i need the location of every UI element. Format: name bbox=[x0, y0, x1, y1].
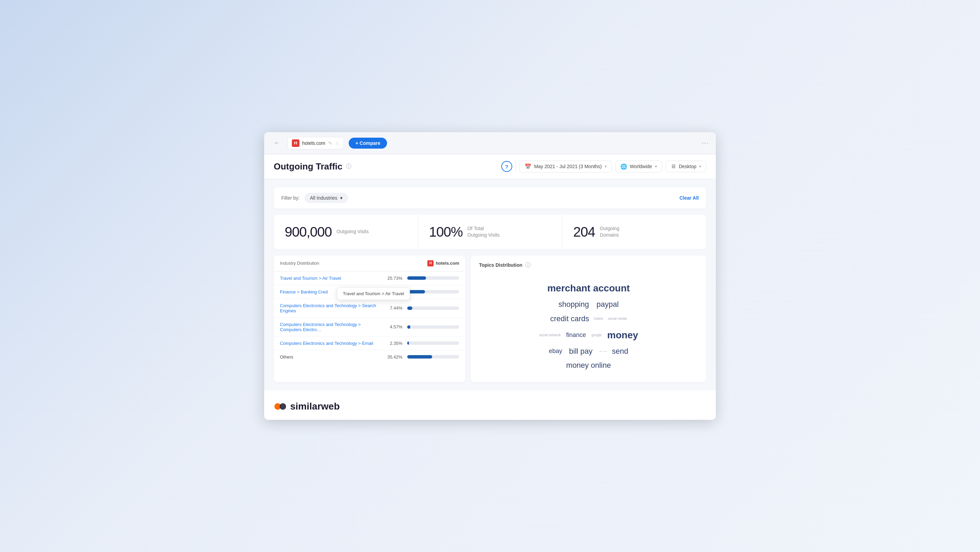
industry-row: Others 35.42% bbox=[274, 350, 465, 364]
page-header: Outgoing Traffic ⓘ ? 📅 May 2021 - Jul 20… bbox=[264, 155, 716, 179]
svg-point-1 bbox=[280, 404, 286, 410]
title-info-icon[interactable]: ⓘ bbox=[346, 163, 352, 170]
industry-pct: 7.44% bbox=[383, 305, 402, 311]
date-chevron-icon: ▾ bbox=[605, 164, 607, 169]
similarweb-logo-text: similarweb bbox=[290, 401, 340, 412]
desktop-icon: 🖥 bbox=[671, 163, 676, 169]
device-label: Desktop bbox=[679, 164, 696, 169]
device-chevron-icon: ▾ bbox=[699, 164, 701, 169]
bar-container bbox=[407, 355, 459, 359]
date-range-dropdown[interactable]: 📅 May 2021 - Jul 2021 (3 Months) ▾ bbox=[519, 161, 612, 172]
industry-row: Computers Electronics and Technology > E… bbox=[274, 337, 465, 350]
industry-pct: 35.42% bbox=[383, 354, 402, 359]
cloud-word: social media bbox=[608, 315, 627, 322]
industry-filter-chevron: ▾ bbox=[340, 195, 342, 201]
stats-row: 900,000 Outgoing Visits 100% Of TotalOut… bbox=[274, 215, 706, 249]
filter-left: Filter by: All Industries ▾ bbox=[281, 193, 348, 203]
industry-filter-label: All Industries bbox=[310, 195, 337, 201]
main-content: Filter by: All Industries ▾ Clear All 90… bbox=[264, 179, 716, 391]
cloud-word: shopping bbox=[558, 297, 589, 312]
topics-header: Topics Distribution ⓘ bbox=[479, 262, 698, 269]
bottom-panels: Industry Distribution H hotels.com Trave… bbox=[274, 255, 706, 383]
date-range-label: May 2021 - Jul 2021 (3 Months) bbox=[534, 164, 602, 169]
footer: similarweb bbox=[264, 390, 716, 420]
cloud-word: ebay bbox=[549, 345, 562, 357]
total-pct-desc: Of TotalOutgoing Visits bbox=[468, 225, 500, 239]
bar-fill bbox=[407, 325, 410, 329]
bar-container bbox=[407, 341, 459, 345]
bar-container bbox=[407, 290, 459, 294]
stat-total-pct: 100% Of TotalOutgoing Visits bbox=[418, 215, 563, 249]
cloud-word: finance bbox=[566, 329, 586, 341]
topics-info-icon[interactable]: ⓘ bbox=[525, 262, 531, 269]
more-button[interactable]: ··· bbox=[702, 139, 709, 147]
back-button[interactable]: ← bbox=[271, 138, 283, 148]
bar-fill bbox=[407, 306, 412, 310]
cloud-word: social network bbox=[539, 332, 560, 338]
site-badge: H hotels.com ✎ ☆ bbox=[288, 137, 344, 149]
word-cloud: merchant account shopping paypal credit … bbox=[479, 276, 698, 377]
industry-row: Computers Electronics and Technology > S… bbox=[274, 299, 465, 318]
geography-dropdown[interactable]: 🌐 Worldwide ▾ bbox=[615, 161, 662, 172]
outgoing-domains-number: 204 bbox=[573, 224, 595, 240]
header-controls: ? 📅 May 2021 - Jul 2021 (3 Months) ▾ 🌐 W… bbox=[501, 161, 706, 172]
stat-outgoing-visits: 900,000 Outgoing Visits bbox=[274, 215, 418, 249]
help-button[interactable]: ? bbox=[501, 161, 512, 172]
cloud-word: merchant account bbox=[547, 279, 630, 297]
similarweb-logo-icon bbox=[274, 400, 287, 413]
cloud-word: — — bbox=[600, 348, 608, 354]
industry-row: Computers Electronics and Technology > C… bbox=[274, 318, 465, 337]
edit-icon[interactable]: ✎ bbox=[328, 140, 332, 146]
industry-row: Finance > Banking Cred 24.49% Travel and… bbox=[274, 285, 465, 299]
cloud-word: hotels bbox=[594, 315, 603, 322]
cloud-word: bill pay bbox=[569, 344, 592, 359]
industry-row: Travel and Tourism > Air Travel 25.73% bbox=[274, 271, 465, 285]
total-pct-number: 100% bbox=[429, 224, 463, 240]
tooltip-bubble: Travel and Tourism > Air Travel bbox=[337, 287, 410, 300]
panel-site-name: hotels.com bbox=[436, 261, 459, 266]
industry-name-others: Others bbox=[280, 354, 383, 359]
industry-panel-header: Industry Distribution H hotels.com bbox=[274, 255, 465, 271]
bar-container bbox=[407, 325, 459, 329]
device-dropdown[interactable]: 🖥 Desktop ▾ bbox=[665, 161, 706, 172]
filter-bar: Filter by: All Industries ▾ Clear All bbox=[274, 187, 706, 209]
cloud-word: google bbox=[592, 332, 602, 338]
site-icon: H bbox=[292, 139, 299, 147]
cloud-word: money bbox=[608, 326, 638, 344]
geo-chevron-icon: ▾ bbox=[655, 164, 657, 169]
compare-button[interactable]: + Compare bbox=[349, 138, 387, 148]
industry-filter-dropdown[interactable]: All Industries ▾ bbox=[305, 193, 348, 203]
panel-site-col: H hotels.com bbox=[427, 260, 459, 266]
industry-pct: 25.73% bbox=[383, 276, 402, 281]
industry-name[interactable]: Computers Electronics and Technology > S… bbox=[280, 303, 383, 313]
industry-name[interactable]: Travel and Tourism > Air Travel bbox=[280, 276, 383, 281]
topics-panel: Topics Distribution ⓘ merchant account s… bbox=[471, 255, 706, 383]
page-title-area: Outgoing Traffic ⓘ bbox=[274, 161, 352, 172]
outgoing-domains-desc: OutgoingDomains bbox=[600, 225, 619, 239]
industry-panel: Industry Distribution H hotels.com Trave… bbox=[274, 255, 465, 383]
bar-fill bbox=[407, 355, 432, 359]
industry-name[interactable]: Computers Electronics and Technology > C… bbox=[280, 322, 383, 332]
separator bbox=[515, 161, 516, 172]
cloud-word: send bbox=[612, 344, 628, 359]
clear-all-button[interactable]: Clear All bbox=[679, 195, 699, 201]
cloud-word: money online bbox=[566, 358, 611, 373]
topics-title: Topics Distribution bbox=[479, 262, 522, 268]
industry-pct: 4.57% bbox=[383, 324, 402, 329]
mini-site-icon: H bbox=[427, 260, 434, 266]
bar-fill bbox=[407, 341, 409, 345]
industry-name[interactable]: Computers Electronics and Technology > E… bbox=[280, 341, 383, 346]
cloud-row: money online bbox=[566, 358, 611, 373]
cloud-row: shopping paypal bbox=[558, 297, 619, 312]
star-icon[interactable]: ☆ bbox=[335, 140, 339, 146]
bar-fill bbox=[407, 276, 426, 280]
cloud-row: credit cards hotels social media bbox=[550, 312, 627, 326]
globe-icon: 🌐 bbox=[620, 163, 627, 170]
outgoing-visits-number: 900,000 bbox=[285, 224, 332, 240]
browser-toolbar: ← H hotels.com ✎ ☆ + Compare ··· bbox=[264, 132, 716, 155]
cloud-row: ebay bill pay — — send bbox=[549, 344, 628, 359]
filter-label: Filter by: bbox=[281, 195, 300, 201]
cloud-word: credit cards bbox=[550, 312, 589, 326]
browser-window: ← H hotels.com ✎ ☆ + Compare ··· Outgoin… bbox=[264, 132, 716, 420]
calendar-icon: 📅 bbox=[525, 163, 531, 170]
